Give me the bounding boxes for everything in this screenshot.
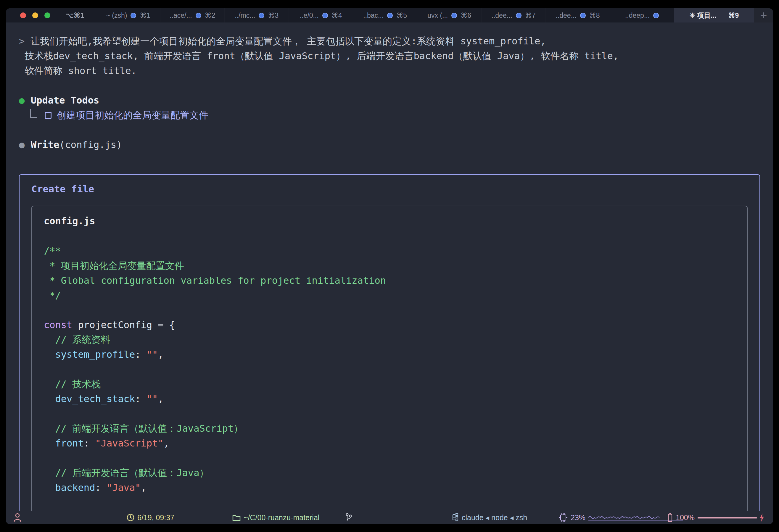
tab-title: ..dee... — [556, 11, 577, 19]
tab-10[interactable]: ✳ 项目...⌘9 — [674, 8, 754, 22]
code-line: // 系统资料 — [44, 332, 747, 347]
tab-title: uvx (... — [427, 11, 448, 19]
traffic-lights — [6, 8, 50, 22]
new-tab-icon: + — [760, 9, 767, 22]
todo-item: 创建项目初始化的全局变量配置文件 — [19, 108, 760, 123]
process-tree-icon — [451, 513, 459, 522]
minimize-button[interactable] — [32, 12, 38, 18]
tab-5[interactable]: ..bac...⌘5 — [353, 8, 417, 22]
tab-3[interactable]: ../mc...⌘3 — [224, 8, 289, 22]
tab-7[interactable]: ..dee...⌘7 — [481, 8, 545, 22]
tab-title: ~ (zsh) — [106, 11, 127, 19]
tab-activity-icon — [653, 13, 659, 18]
code-line: front: "JavaScript", — [44, 436, 747, 451]
tab-activity-icon — [259, 13, 264, 18]
status-user — [14, 511, 21, 524]
code-line: system_profile: "", — [44, 347, 747, 362]
code-line — [44, 406, 747, 421]
tree-elbow-icon — [30, 109, 37, 118]
folder-icon — [232, 514, 241, 521]
todos-header-row: ●Update Todos — [19, 93, 760, 108]
bolt-icon — [759, 513, 765, 522]
code-lines: /** * 项目初始化全局变量配置文件 * Global configurati… — [44, 244, 747, 495]
code-line: const projectConfig = { — [44, 318, 747, 332]
user-icon — [14, 513, 21, 522]
tab-shortcut: ⌘3 — [268, 11, 279, 19]
tab-shortcut: ⌘7 — [525, 11, 536, 19]
code-line — [44, 303, 747, 318]
tab-activity-icon — [452, 13, 457, 18]
status-bar: 6/19, 09:37 ~/C/00-ruanzu-material claud… — [6, 511, 773, 524]
tab-activity-icon — [130, 13, 136, 18]
code-line: backend: "Java", — [44, 480, 747, 495]
tab-title: ✳ 项目... — [690, 11, 717, 20]
zoom-button[interactable] — [44, 12, 50, 18]
tab-activity-icon — [516, 13, 522, 18]
status-cpu: 23% — [559, 511, 683, 524]
tab-activity-icon — [322, 13, 328, 18]
tab-title: ..dee... — [492, 11, 512, 19]
todo-item-label: 创建项目初始化的全局变量配置文件 — [57, 108, 208, 123]
status-process-text: claude ◂ node ◂ zsh — [462, 513, 527, 522]
create-file-panel: Create file config.js /** * 项目初始化全局变量配置文… — [19, 174, 760, 511]
code-line: * Global configuration variables for pro… — [44, 273, 747, 288]
status-cwd-text: ~/C/00-ruanzu-material — [244, 513, 319, 522]
code-line: * 项目初始化全局变量配置文件 — [44, 258, 747, 273]
tab-title: ..bac... — [363, 11, 383, 19]
prompt-line: > 让我们开始吧,我希望创建一个项目初始化的全局变量配置文件， 主要包括以下变量… — [19, 34, 760, 49]
status-cpu-text: 23% — [571, 513, 586, 522]
code-line: // 技术栈 — [44, 377, 747, 391]
status-git — [345, 511, 352, 524]
tab-activity-icon — [580, 13, 586, 18]
tab-title: ../mc... — [235, 11, 255, 19]
tab-activity-icon — [387, 13, 393, 18]
prompt-line: 软件简称 short_title. — [19, 63, 760, 78]
tab-shortcut: ⌘2 — [205, 11, 216, 19]
todos-header: Update Todos — [31, 95, 99, 106]
battery-icon — [667, 513, 673, 522]
tab-9[interactable]: ..deep... — [610, 8, 674, 22]
status-battery-text: 100% — [676, 513, 695, 522]
status-datetime: 6/19, 09:37 — [127, 511, 174, 524]
tab-activity-icon — [196, 13, 201, 18]
code-line — [44, 451, 747, 465]
tab-1[interactable]: ~ (zsh)⌘1 — [96, 8, 160, 22]
new-tab-button[interactable]: + — [754, 8, 773, 22]
status-dot-icon: ● — [19, 93, 31, 108]
git-branch-icon — [345, 513, 352, 522]
tab-title: ..deep... — [625, 11, 650, 19]
tool-call-args: (config.js) — [59, 139, 122, 150]
user-prompt: > 让我们开始吧,我希望创建一个项目初始化的全局变量配置文件， 主要包括以下变量… — [19, 34, 760, 78]
close-button[interactable] — [20, 12, 26, 18]
tab-shortcut: ⌘6 — [461, 11, 471, 19]
tab-title: ..ace/... — [170, 11, 192, 19]
tab-2[interactable]: ..ace/...⌘2 — [160, 8, 224, 22]
status-dot-icon: ● — [19, 137, 31, 152]
window-shortcut-label: ⌥⌘1 — [50, 8, 96, 22]
filename: config.js — [44, 214, 747, 227]
tab-bar: ⌥⌘1 ~ (zsh)⌘1..ace/...⌘2../mc...⌘3..e/0.… — [6, 8, 773, 22]
terminal-window: ⌥⌘1 ~ (zsh)⌘1..ace/...⌘2../mc...⌘3..e/0.… — [6, 8, 773, 524]
tool-call-row: ●Write(config.js) — [19, 137, 760, 152]
tab-strip: ~ (zsh)⌘1..ace/...⌘2../mc...⌘3..e/0...⌘4… — [96, 8, 754, 22]
tab-8[interactable]: ..dee...⌘8 — [545, 8, 610, 22]
terminal-content: > 让我们开始吧,我希望创建一个项目初始化的全局变量配置文件， 主要包括以下变量… — [6, 22, 773, 511]
status-process: claude ◂ node ◂ zsh — [451, 511, 527, 524]
tab-4[interactable]: ..e/0...⌘4 — [289, 8, 353, 22]
status-charging — [759, 511, 765, 524]
code-line: dev_tech_stack: "", — [44, 391, 747, 406]
tab-shortcut: ⌘5 — [396, 11, 407, 19]
tool-call-name: Write — [31, 139, 59, 150]
code-line: /** — [44, 244, 747, 258]
code-line: */ — [44, 288, 747, 303]
todo-checkbox-icon — [45, 112, 52, 119]
tab-shortcut: ⌘4 — [332, 11, 342, 19]
clock-icon — [127, 514, 134, 521]
panel-title: Create file — [19, 175, 760, 196]
tab-shortcut: ⌘8 — [589, 11, 600, 19]
tab-shortcut: ⌘9 — [728, 11, 739, 19]
tab-6[interactable]: uvx (...⌘6 — [417, 8, 481, 22]
code-line: // 后端开发语言（默认值：Java） — [44, 465, 747, 480]
status-cwd: ~/C/00-ruanzu-material — [232, 511, 319, 524]
tab-title: ..e/0... — [300, 11, 319, 19]
